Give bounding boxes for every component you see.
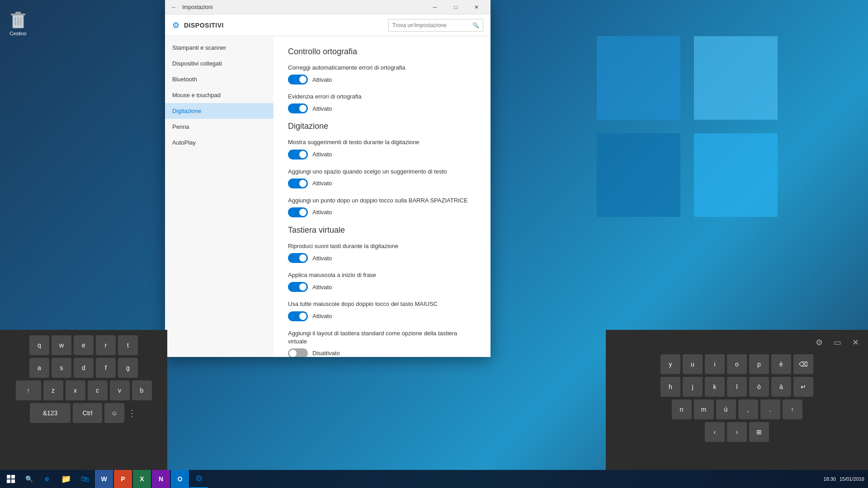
key-z[interactable]: z bbox=[43, 380, 63, 400]
search-icon[interactable]: 🔍 bbox=[472, 22, 479, 28]
sidebar-item-mouse[interactable]: Mouse e touchpad bbox=[165, 87, 274, 103]
taskbar-app-store[interactable]: 🛍 bbox=[76, 470, 94, 488]
key-t[interactable]: t bbox=[118, 335, 138, 355]
recycle-bin[interactable]: Cestino bbox=[9, 9, 27, 36]
kb-row-r3: n m ù , . ↑ bbox=[611, 399, 863, 419]
toggle-suoni[interactable] bbox=[288, 253, 308, 263]
taskbar-search[interactable]: 🔍 bbox=[22, 470, 36, 488]
kb-row-1: q w e r t bbox=[5, 335, 162, 355]
toggle-maiuscola[interactable] bbox=[288, 282, 308, 292]
key-windows[interactable]: ⊞ bbox=[749, 422, 769, 442]
key-y[interactable]: y bbox=[660, 354, 680, 374]
key-p[interactable]: p bbox=[749, 354, 769, 374]
kb-row-4: &123 Ctrl ☺ ⋮ bbox=[5, 403, 162, 423]
key-more[interactable]: ⋮ bbox=[127, 403, 137, 423]
key-f[interactable]: f bbox=[96, 358, 116, 378]
toggle-status-punto: Attivato bbox=[312, 209, 332, 216]
sidebar-item-stampanti[interactable]: Stampanti e scanner bbox=[165, 40, 274, 56]
taskbar-app-explorer[interactable]: 📁 bbox=[57, 470, 75, 488]
key-o[interactable]: o bbox=[727, 354, 747, 374]
setting-label-maiuscola: Applica maiuscola a inizio di frase bbox=[288, 271, 476, 279]
toggle-status-spazio: Attivato bbox=[312, 180, 332, 187]
key-r[interactable]: r bbox=[96, 335, 116, 355]
key-g[interactable]: g bbox=[118, 358, 138, 378]
key-ograve[interactable]: ò bbox=[749, 377, 769, 397]
kb-split-icon[interactable]: ▭ bbox=[830, 335, 844, 350]
key-x[interactable]: x bbox=[66, 380, 85, 400]
taskbar-app-onenote[interactable]: N bbox=[152, 470, 170, 488]
key-comma[interactable]: , bbox=[738, 399, 758, 419]
key-e[interactable]: e bbox=[74, 335, 94, 355]
key-h[interactable]: h bbox=[660, 377, 680, 397]
setting-tutte-maiuscole: Usa tutte maiuscole dopo doppio tocco de… bbox=[288, 300, 476, 321]
key-ctrl[interactable]: Ctrl bbox=[73, 403, 102, 423]
setting-layout: Aggiungi il layout di tastiera standard … bbox=[288, 329, 476, 357]
kb-settings-icon[interactable]: ⚙ bbox=[812, 335, 826, 350]
key-period[interactable]: . bbox=[760, 399, 780, 419]
maximize-button[interactable]: □ bbox=[445, 0, 466, 14]
search-box[interactable]: 🔍 bbox=[388, 19, 483, 32]
key-b[interactable]: b bbox=[132, 380, 152, 400]
key-ugrave[interactable]: ù bbox=[716, 399, 736, 419]
toggle-spazio[interactable] bbox=[288, 178, 308, 188]
title-bar: ← Impostazioni ─ □ ✕ bbox=[165, 0, 491, 14]
sidebar-item-digitazione[interactable]: Digitazione bbox=[165, 103, 274, 119]
toggle-layout[interactable] bbox=[288, 348, 308, 357]
key-w[interactable]: w bbox=[52, 335, 71, 355]
key-a[interactable]: a bbox=[29, 358, 49, 378]
kb-close-icon[interactable]: ✕ bbox=[848, 335, 863, 350]
key-d[interactable]: d bbox=[74, 358, 94, 378]
key-shift[interactable]: ↑ bbox=[16, 380, 41, 400]
key-shift-r[interactable]: ↑ bbox=[783, 399, 802, 419]
setting-label-suoni: Riproduci suoni tasti durante la digitaz… bbox=[288, 242, 476, 250]
key-c[interactable]: c bbox=[88, 380, 108, 400]
key-enter[interactable]: ↵ bbox=[793, 377, 813, 397]
key-u[interactable]: u bbox=[683, 354, 703, 374]
toggle-tutte[interactable] bbox=[288, 311, 308, 321]
key-symbols[interactable]: &123 bbox=[30, 403, 71, 423]
svg-rect-9 bbox=[11, 479, 15, 483]
svg-rect-6 bbox=[7, 475, 10, 479]
toggle-suggerimenti[interactable] bbox=[288, 150, 308, 160]
minimize-button[interactable]: ─ bbox=[425, 0, 445, 14]
toggle-punto[interactable] bbox=[288, 207, 308, 217]
taskbar-app-powerpoint[interactable]: P bbox=[114, 470, 132, 488]
toggle-status-suggerimenti: Attivato bbox=[312, 151, 332, 158]
key-l[interactable]: l bbox=[727, 377, 747, 397]
search-input[interactable] bbox=[392, 22, 472, 28]
key-next[interactable]: › bbox=[727, 422, 747, 442]
sidebar-item-penna[interactable]: Penna bbox=[165, 119, 274, 135]
taskbar-app-outlook[interactable]: O bbox=[171, 470, 189, 488]
key-emoji[interactable]: ☺ bbox=[104, 403, 124, 423]
taskbar-app-word[interactable]: W bbox=[95, 470, 113, 488]
svg-rect-8 bbox=[7, 479, 10, 483]
setting-label-tutte: Usa tutte maiuscole dopo doppio tocco de… bbox=[288, 300, 476, 308]
key-m[interactable]: m bbox=[694, 399, 714, 419]
taskbar: 🔍 e 📁 🛍 W P X N O ⚙ 18:30 15/01/2016 bbox=[0, 470, 868, 488]
start-button[interactable] bbox=[0, 470, 22, 488]
key-i[interactable]: i bbox=[705, 354, 725, 374]
sidebar-item-dispositivi[interactable]: Dispositivi collegati bbox=[165, 56, 274, 71]
key-v[interactable]: v bbox=[110, 380, 130, 400]
key-agrave[interactable]: à bbox=[771, 377, 791, 397]
back-button[interactable]: ← bbox=[169, 2, 179, 13]
key-n[interactable]: n bbox=[672, 399, 692, 419]
sidebar-item-autoplay[interactable]: AutoPlay bbox=[165, 135, 274, 150]
toggle-evidenzia[interactable] bbox=[288, 103, 308, 113]
key-s[interactable]: s bbox=[52, 358, 71, 378]
taskbar-app-edge[interactable]: e bbox=[38, 470, 56, 488]
close-button[interactable]: ✕ bbox=[466, 0, 487, 14]
taskbar-app-settings[interactable]: ⚙ bbox=[190, 470, 208, 488]
key-egrave[interactable]: è bbox=[771, 354, 791, 374]
key-backspace[interactable]: ⌫ bbox=[793, 354, 813, 374]
key-q[interactable]: q bbox=[29, 335, 49, 355]
kb-row-2: a s d f g bbox=[5, 358, 162, 378]
sidebar-item-bluetooth[interactable]: Bluetooth bbox=[165, 71, 274, 87]
taskbar-right: 18:30 15/01/2016 bbox=[823, 476, 868, 482]
toggle-correggi[interactable] bbox=[288, 75, 308, 84]
taskbar-app-excel[interactable]: X bbox=[133, 470, 151, 488]
key-j[interactable]: j bbox=[683, 377, 703, 397]
key-prev[interactable]: ‹ bbox=[705, 422, 725, 442]
key-k[interactable]: k bbox=[705, 377, 725, 397]
window-controls: ─ □ ✕ bbox=[425, 0, 487, 14]
